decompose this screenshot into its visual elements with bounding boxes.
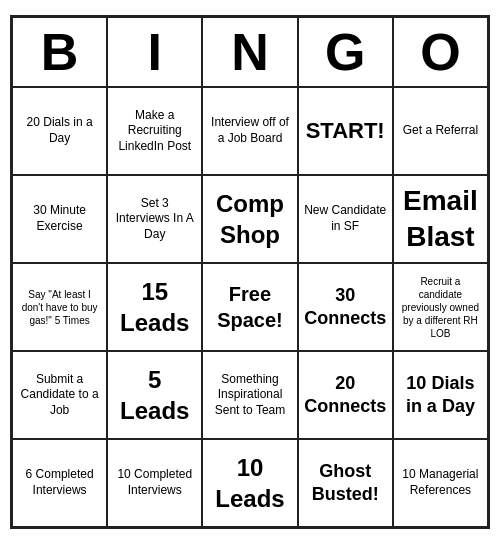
bingo-cell-20: 6 Completed Interviews [12, 439, 107, 527]
bingo-cell-10: Say "At least I don't have to buy gas!" … [12, 263, 107, 351]
bingo-grid: 20 Dials in a DayMake a Recruiting Linke… [12, 87, 488, 527]
header-letter-b: B [12, 17, 107, 87]
bingo-cell-7: Comp Shop [202, 175, 297, 263]
bingo-cell-24: 10 Managerial References [393, 439, 488, 527]
bingo-cell-1: Make a Recruiting LinkedIn Post [107, 87, 202, 175]
bingo-cell-0: 20 Dials in a Day [12, 87, 107, 175]
bingo-cell-14: Recruit a candidate previously owned by … [393, 263, 488, 351]
bingo-cell-2: Interview off of a Job Board [202, 87, 297, 175]
header-letter-g: G [298, 17, 393, 87]
bingo-card: BINGO 20 Dials in a DayMake a Recruiting… [10, 15, 490, 529]
bingo-cell-18: 20 Connects [298, 351, 393, 439]
bingo-cell-15: Submit a Candidate to a Job [12, 351, 107, 439]
bingo-cell-5: 30 Minute Exercise [12, 175, 107, 263]
bingo-cell-13: 30 Connects [298, 263, 393, 351]
header-letter-n: N [202, 17, 297, 87]
bingo-cell-4: Get a Referral [393, 87, 488, 175]
header-letter-o: O [393, 17, 488, 87]
bingo-cell-21: 10 Completed Interviews [107, 439, 202, 527]
bingo-cell-9: Email Blast [393, 175, 488, 263]
bingo-cell-16: 5 Leads [107, 351, 202, 439]
bingo-cell-23: Ghost Busted! [298, 439, 393, 527]
bingo-header: BINGO [12, 17, 488, 87]
bingo-cell-19: 10 Dials in a Day [393, 351, 488, 439]
bingo-cell-11: 15 Leads [107, 263, 202, 351]
bingo-cell-6: Set 3 Interviews In A Day [107, 175, 202, 263]
bingo-cell-8: New Candidate in SF [298, 175, 393, 263]
header-letter-i: I [107, 17, 202, 87]
bingo-cell-3: START! [298, 87, 393, 175]
bingo-cell-12: Free Space! [202, 263, 297, 351]
bingo-cell-17: Something Inspirational Sent to Team [202, 351, 297, 439]
bingo-cell-22: 10 Leads [202, 439, 297, 527]
